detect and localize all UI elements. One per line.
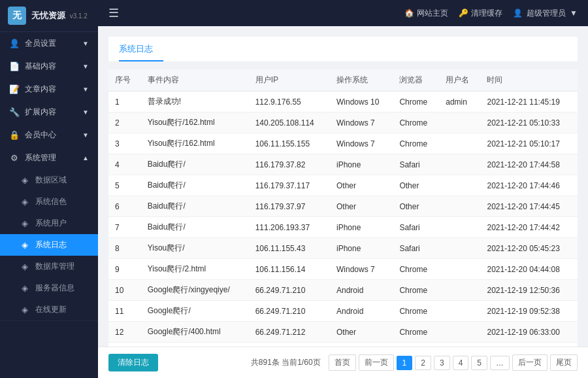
cell-browser: Chrome xyxy=(393,259,439,280)
cell-ip: 66.249.71.210 xyxy=(249,280,330,301)
basic-content-icon: 📄 xyxy=(9,61,20,71)
page-2-button[interactable]: 2 xyxy=(415,356,431,370)
cell-user xyxy=(439,175,480,196)
hamburger-icon[interactable]: ☰ xyxy=(108,6,119,20)
arrow-icon: ▼ xyxy=(82,63,89,70)
user-icon: 👤 xyxy=(513,9,523,18)
cell-ip: 140.205.108.114 xyxy=(249,112,330,133)
table-row: 3 Yisou爬行/162.html 106.11.155.155 Window… xyxy=(108,133,578,154)
extend-content-icon: 🔧 xyxy=(9,107,20,117)
sidebar-item-member-center[interactable]: 🔒 会员中心 ▼ xyxy=(0,124,98,146)
user-menu[interactable]: 👤 超级管理员 ▼ xyxy=(513,8,578,19)
cell-os: iPhone xyxy=(330,217,393,238)
sidebar-item-system-log[interactable]: ◈ 系统日志 xyxy=(0,234,98,256)
sidebar-item-member-settings[interactable]: 👤 全员设置 ▼ xyxy=(0,32,98,55)
cell-ip: 116.179.37.97 xyxy=(249,196,330,217)
home-link[interactable]: 🏠 网站主页 xyxy=(404,8,448,19)
cell-os: iPhone xyxy=(330,154,393,175)
cell-id: 11 xyxy=(108,301,141,322)
first-page-button[interactable]: 首页 xyxy=(329,354,356,371)
cell-os: Android xyxy=(330,301,393,322)
cell-os: Windows 7 xyxy=(330,112,393,133)
arrow-icon: ▼ xyxy=(82,40,89,47)
sidebar-item-system-user[interactable]: ◈ 系统用户 xyxy=(0,213,98,234)
cell-browser: Other xyxy=(393,196,439,217)
cell-event: Baidu爬行/ xyxy=(141,175,249,196)
clear-log-button[interactable]: 清除日志 xyxy=(108,354,158,371)
cell-browser: Chrome xyxy=(393,112,439,133)
cell-time: 2021-12-21 11:45:19 xyxy=(480,92,578,112)
cell-time: 2021-12-20 17:44:58 xyxy=(480,154,578,175)
sidebar-menu: 👤 全员设置 ▼ 📄 基础内容 ▼ 📝 文章内容 ▼ 🔧 扩展内容 ▼ 🔒 xyxy=(0,32,98,378)
sidebar-logo: 无 无忧资源 v3.1.2 xyxy=(0,0,98,32)
cell-time: 2021-12-21 05:10:33 xyxy=(480,112,578,133)
sidebar-item-server-info[interactable]: ◈ 服务器信息 xyxy=(0,277,98,299)
cell-ip: 116.179.37.82 xyxy=(249,154,330,175)
page-3-button[interactable]: 3 xyxy=(434,356,450,370)
table-row: 8 Yisou爬行/ 106.11.155.43 iPhone Safari 2… xyxy=(108,238,578,259)
table-row: 7 Baidu爬行/ 111.206.193.37 iPhone Safari … xyxy=(108,217,578,238)
cell-time: 2021-12-19 12:50:36 xyxy=(480,280,578,301)
pagination: 共891条 当前1/60页 首页 前一页 1 2 3 4 5 … 后一页 尾页 xyxy=(251,354,578,371)
sidebar-item-system-config[interactable]: ◈ 系统信色 xyxy=(0,191,98,213)
online-update-icon: ◈ xyxy=(20,305,30,315)
sidebar-item-system-manage[interactable]: ⚙ 系统管理 ▲ xyxy=(0,146,98,169)
cell-user: admin xyxy=(439,92,480,112)
cell-user xyxy=(439,322,480,343)
page-1-button[interactable]: 1 xyxy=(397,356,413,370)
sidebar-item-online-update[interactable]: ◈ 在线更新 xyxy=(0,299,98,320)
cell-user xyxy=(439,259,480,280)
system-user-icon: ◈ xyxy=(20,218,30,228)
page-4-button[interactable]: 4 xyxy=(453,356,469,370)
sidebar-item-data-backup[interactable]: ◈ 数据区域 xyxy=(0,169,98,191)
cell-event: Baidu爬行/ xyxy=(141,154,249,175)
cell-ip: 66.249.71.210 xyxy=(249,301,330,322)
col-header-ip: 用户IP xyxy=(249,69,330,92)
cell-ip: 112.9.176.55 xyxy=(249,92,330,112)
member-settings-icon: 👤 xyxy=(9,39,20,48)
cell-event: Yisou爬行/162.html xyxy=(141,133,249,154)
table-row: 10 Google爬行/xingyeqiye/ 66.249.71.210 An… xyxy=(108,280,578,301)
table-row: 1 普录成功! 112.9.176.55 Windows 10 Chrome a… xyxy=(108,92,578,112)
data-backup-icon: ◈ xyxy=(20,175,30,185)
cell-id: 9 xyxy=(108,259,141,280)
sidebar-item-basic-content[interactable]: 📄 基础内容 ▼ xyxy=(0,55,98,78)
page-5-button[interactable]: 5 xyxy=(471,356,487,370)
cell-browser: Chrome xyxy=(393,322,439,343)
cell-event: Yisou爬行/162.html xyxy=(141,112,249,133)
table-row: 6 Baidu爬行/ 116.179.37.97 Other Other 202… xyxy=(108,196,578,217)
server-info-icon: ◈ xyxy=(20,283,30,293)
cell-browser: Chrome xyxy=(393,280,439,301)
cell-user xyxy=(439,238,480,259)
manage-link[interactable]: 🔑 清理缓存 xyxy=(459,8,502,19)
manage-icon: 🔑 xyxy=(459,9,468,18)
cell-event: Yisou爬行/2.html xyxy=(141,259,249,280)
cell-id: 1 xyxy=(108,92,141,112)
cell-browser: Chrome xyxy=(393,301,439,322)
cell-ip: 111.206.193.37 xyxy=(249,217,330,238)
cell-user xyxy=(439,133,480,154)
last-page-button[interactable]: 尾页 xyxy=(550,354,578,371)
sidebar-item-extend-content[interactable]: 🔧 扩展内容 ▼ xyxy=(0,101,98,124)
cell-event: Baidu爬行/ xyxy=(141,217,249,238)
table-row: 9 Yisou爬行/2.html 106.11.156.14 Windows 7… xyxy=(108,259,578,280)
text-content-icon: 📝 xyxy=(9,84,20,94)
sidebar-item-text-content[interactable]: 📝 文章内容 ▼ xyxy=(0,78,98,101)
cell-os: Other xyxy=(330,322,393,343)
cell-event: Google爬行/xingyeqiye/ xyxy=(141,280,249,301)
table-row: 12 Google爬行/400.html 66.249.71.212 Other… xyxy=(108,322,578,343)
member-center-icon: 🔒 xyxy=(9,130,20,140)
sidebar: 无 无忧资源 v3.1.2 👤 全员设置 ▼ 📄 基础内容 ▼ 📝 文章内容 ▼ xyxy=(0,0,98,378)
page-ellipsis-button[interactable]: … xyxy=(490,356,510,370)
cell-id: 4 xyxy=(108,154,141,175)
prev-page-button[interactable]: 前一页 xyxy=(359,354,394,371)
logo-icon: 无 xyxy=(8,7,26,25)
cell-time: 2021-12-20 17:44:46 xyxy=(480,175,578,196)
cell-os: Windows 10 xyxy=(330,92,393,112)
cell-os: Windows 7 xyxy=(330,259,393,280)
col-header-time: 时间 xyxy=(480,69,578,92)
sidebar-item-access-manage[interactable]: ◈ 数据库管理 xyxy=(0,256,98,277)
system-config-icon: ◈ xyxy=(20,197,30,207)
next-page-button[interactable]: 后一页 xyxy=(512,354,547,371)
topbar: ☰ 🏠 网站主页 🔑 清理缓存 👤 超级管理员 ▼ xyxy=(98,0,588,26)
